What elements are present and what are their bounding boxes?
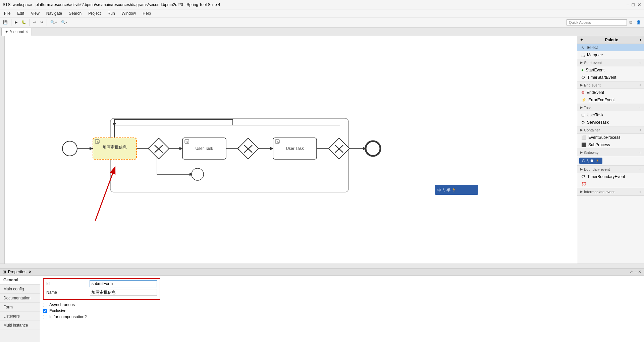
prop-detach-icon[interactable]: ✕ <box>638 270 641 274</box>
timer-start-label: TimerStartEvent <box>587 75 616 80</box>
start-event-toggle[interactable]: ○ <box>639 61 641 64</box>
prop-id-input[interactable] <box>90 280 157 287</box>
palette-item-marquee[interactable]: ⬚ Marquee <box>577 51 644 59</box>
palette-gateway-section: ▶ Gateway ○ ⬡ °, ⬢ 🏃 <box>577 149 644 166</box>
palette-end-event-header[interactable]: ▶ End event ○ <box>577 81 644 89</box>
palette-item-eventsubprocess[interactable]: ⬜ EventSubProcess <box>577 134 644 141</box>
gateway-toggle[interactable]: ○ <box>639 151 641 154</box>
toolbar-sep-3 <box>47 19 47 26</box>
canvas[interactable]: 填写审批信息 User Task U <box>5 36 577 264</box>
palette-collapse-icon[interactable]: › <box>640 38 641 42</box>
palette-gateway-header[interactable]: ▶ Gateway ○ <box>577 149 644 156</box>
palette-item-timerboundary[interactable]: ⏱ TimerBoundaryEvent <box>577 173 644 180</box>
menu-navigate[interactable]: Navigate <box>44 10 65 16</box>
marquee-label: Marquee <box>587 53 603 57</box>
palette-item-select[interactable]: ↖ Select <box>577 44 644 51</box>
palette-panel: ✦ Palette › ↖ Select ⬚ Marquee ▶ St <box>577 36 644 264</box>
boundary-event-toggle[interactable]: ○ <box>639 167 641 171</box>
end-event-toggle[interactable]: ○ <box>639 83 641 87</box>
prop-tab-listeners[interactable]: Listeners <box>0 312 40 321</box>
end-event-node[interactable] <box>366 141 380 156</box>
palette-container-header[interactable]: ▶ Container ○ <box>577 126 644 134</box>
tab-second[interactable]: ✦ *second ✕ <box>1 28 32 36</box>
menu-help[interactable]: Help <box>140 10 154 16</box>
tab-close-icon[interactable]: ✕ <box>25 30 28 34</box>
svg-text:中 °, 半 🏃: 中 °, 半 🏃 <box>437 187 457 192</box>
menu-search[interactable]: Search <box>66 10 84 16</box>
palette-item-subprocess[interactable]: ⬛ SubProcess <box>577 141 644 149</box>
prop-async-row: Asynchronous <box>43 302 641 307</box>
svg-text:User Task: User Task <box>286 146 304 151</box>
task-header-label: Task <box>584 106 592 110</box>
toolbar-perspective[interactable]: ⊡ <box>628 19 634 25</box>
palette-item-timer-start[interactable]: ⏱ TimerStartEvent <box>577 74 644 81</box>
properties-tab-list: General Main config Documentation Form L… <box>0 276 40 342</box>
properties-header: ⊞ Properties ✕ ⤢ − ✕ <box>0 269 644 276</box>
menu-run[interactable]: Run <box>105 10 118 16</box>
palette-item-timerboundary2[interactable]: ⏰ <box>577 180 644 188</box>
task-toggle[interactable]: ○ <box>639 106 641 109</box>
palette-item-error-end[interactable]: ⚡ ErrorEndEvent <box>577 96 644 104</box>
properties-close-icon[interactable]: ✕ <box>29 270 32 274</box>
gateway-collapse-icon: ▶ <box>580 150 583 155</box>
left-ruler <box>0 36 5 264</box>
prop-tab-documentation[interactable]: Documentation <box>0 294 40 303</box>
start-event-node[interactable] <box>62 141 77 156</box>
prop-minimize-icon[interactable]: − <box>634 270 637 274</box>
timerboundary-label: TimerBoundaryEvent <box>587 174 625 179</box>
intermediate-event-toggle[interactable]: ○ <box>639 190 641 193</box>
toolbar-undo[interactable]: ↩ <box>32 19 38 25</box>
toolbar-zoom-in[interactable]: 🔍+ <box>49 19 59 25</box>
palette-boundary-event-section: ▶ Boundary event ○ ⏱ TimerBoundaryEvent … <box>577 166 644 188</box>
toolbar-zoom-out[interactable]: 🔍- <box>59 19 69 25</box>
palette-boundary-event-header[interactable]: ▶ Boundary event ○ <box>577 166 644 173</box>
prop-exclusive-checkbox[interactable] <box>43 309 47 313</box>
prop-name-input[interactable] <box>90 289 157 296</box>
toolbar-run[interactable]: ▶ <box>13 19 19 25</box>
toolbar-redo[interactable]: ↪ <box>39 19 45 25</box>
palette-icon: ✦ <box>580 38 583 42</box>
boundary-event-collapse-icon: ▶ <box>580 167 583 171</box>
palette-intermediate-event-header[interactable]: ▶ Intermediate event ○ <box>577 188 644 195</box>
minimize-button[interactable]: − <box>626 2 629 7</box>
prop-tab-mainconfig[interactable]: Main config <box>0 285 40 294</box>
prop-tab-multiinstance[interactable]: Multi instance <box>0 321 40 330</box>
title-bar: STS_workspace - platform:/resource/activ… <box>0 0 644 9</box>
toolbar-sep-2 <box>30 19 30 26</box>
palette-item-usertask[interactable]: ⊡ UserTask <box>577 111 644 119</box>
end-event-header-label: End event <box>584 83 601 87</box>
palette-item-end-event[interactable]: ⊗ EndEvent <box>577 89 644 96</box>
prop-maximize-icon[interactable]: ⤢ <box>630 270 633 274</box>
toolbar-debug[interactable]: 🐛 <box>20 19 28 25</box>
palette-item-start-event[interactable]: ● StartEvent <box>577 66 644 74</box>
menu-edit[interactable]: Edit <box>14 10 27 16</box>
prop-async-checkbox[interactable] <box>43 303 47 307</box>
bpmn-diagram[interactable]: 填写审批信息 User Task U <box>5 36 577 264</box>
prop-async-label: Asynchronous <box>49 302 75 307</box>
intermediate-event-node[interactable] <box>192 168 204 180</box>
menu-view[interactable]: View <box>28 10 42 16</box>
menu-window[interactable]: Window <box>119 10 139 16</box>
prop-compensation-checkbox[interactable] <box>43 315 47 319</box>
menu-project[interactable]: Project <box>86 10 103 16</box>
palette-item-servicetask[interactable]: ⚙ ServiceTask <box>577 119 644 126</box>
prop-tab-general[interactable]: General <box>0 276 40 285</box>
intermediate-event-collapse-icon: ▶ <box>580 189 583 194</box>
horizontal-scrollbar[interactable] <box>0 264 644 268</box>
subprocess-icon: ⬛ <box>581 142 586 147</box>
error-end-icon: ⚡ <box>581 98 586 102</box>
toolbar-save[interactable]: 💾 <box>1 19 9 25</box>
palette-task-header[interactable]: ▶ Task ○ <box>577 104 644 111</box>
menu-file[interactable]: File <box>1 10 13 16</box>
maximize-button[interactable]: □ <box>632 2 635 7</box>
timerboundary-icon: ⏱ <box>581 174 585 179</box>
toolbar-person[interactable]: 👤 <box>635 19 643 25</box>
close-button[interactable]: ✕ <box>637 2 641 7</box>
prop-tab-form[interactable]: Form <box>0 303 40 312</box>
palette-start-event-header[interactable]: ▶ Start event ○ <box>577 59 644 66</box>
container-toggle[interactable]: ○ <box>639 128 641 132</box>
tab-icon: ✦ <box>5 30 8 34</box>
prop-name-label: Name <box>46 290 90 295</box>
properties-body: General Main config Documentation Form L… <box>0 276 644 342</box>
quick-access-input[interactable] <box>567 19 627 25</box>
